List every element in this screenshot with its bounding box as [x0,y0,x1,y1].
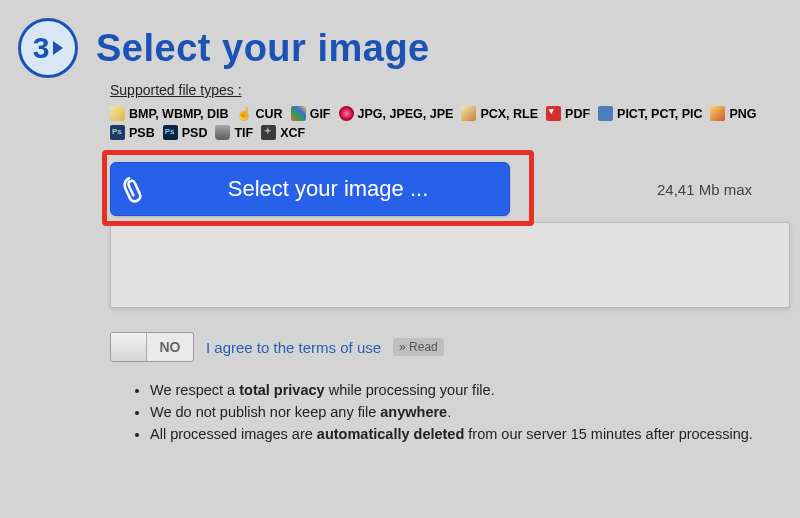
filetype-pict: PICT, PCT, PIC [598,106,702,121]
privacy-line-2: We do not publish nor keep any file anyw… [150,402,790,424]
bmp-icon [110,106,125,121]
pcx-icon [461,106,476,121]
toggle-state-label: NO [147,333,193,361]
filetype-psb: PSB [110,125,155,140]
step-number: 3 [33,31,50,65]
filetype-jpg: JPG, JPEG, JPE [339,106,454,121]
xcf-icon [261,125,276,140]
privacy-line-3: All processed images are automatically d… [150,424,790,446]
psb-icon [110,125,125,140]
supported-filetypes-label: Supported file types : [110,82,792,98]
toggle-knob [111,333,147,361]
filetype-list: BMP, WBMP, DIB ☝CUR GIF JPG, JPEG, JPE P… [110,106,792,140]
png-icon [710,106,725,121]
file-dropzone[interactable] [110,222,790,308]
read-terms-button[interactable]: » Read [393,338,444,356]
filetype-psd: PSD [163,125,208,140]
gif-icon [291,106,306,121]
max-size-label: 24,41 Mb max [657,181,792,198]
section-title: Select your image [96,27,430,70]
filetype-png: PNG [710,106,756,121]
filetype-pdf: PDF [546,106,590,121]
filetype-pcx: PCX, RLE [461,106,538,121]
psd-icon [163,125,178,140]
pict-icon [598,106,613,121]
step-badge: 3 [18,18,78,78]
privacy-line-1: We respect a total privacy while process… [150,380,790,402]
select-image-button-label: Select your image ... [167,176,509,202]
privacy-list: We respect a total privacy while process… [150,380,790,445]
filetype-cur: ☝CUR [237,106,283,121]
select-image-button[interactable]: Select your image ... [110,162,510,216]
paperclip-icon [116,170,152,208]
tif-icon [215,125,230,140]
play-triangle-icon [53,41,63,55]
filetype-tif: TIF [215,125,253,140]
terms-toggle[interactable]: NO [110,332,194,362]
filetype-bmp: BMP, WBMP, DIB [110,106,229,121]
filetype-xcf: XCF [261,125,305,140]
cursor-icon: ☝ [237,106,252,121]
jpg-icon [339,106,354,121]
terms-of-use-link[interactable]: I agree to the terms of use [206,339,381,356]
pdf-icon [546,106,561,121]
filetype-gif: GIF [291,106,331,121]
